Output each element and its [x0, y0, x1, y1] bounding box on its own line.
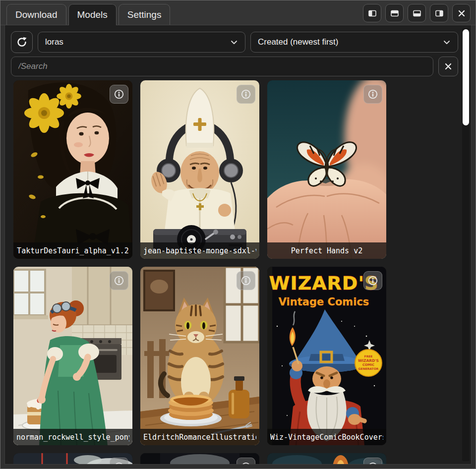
card-image-woman-decorating-cake-kitchen: [13, 267, 132, 445]
refresh-icon: [16, 36, 28, 48]
dock-right-button[interactable]: [430, 4, 448, 22]
dock-bottom-button[interactable]: [408, 4, 426, 22]
tab-settings[interactable]: Settings: [119, 4, 171, 25]
model-info-button[interactable]: [110, 271, 128, 290]
dock-top-button[interactable]: [385, 4, 404, 22]
model-info-button[interactable]: [363, 85, 382, 104]
model-browser-window: Download Models Settings: [0, 0, 476, 469]
model-card[interactable]: EldritchRomanceIllustration: [140, 267, 259, 445]
model-card[interactable]: Perfect Hands v2: [267, 80, 386, 259]
card-image-vintage-wizard-comic-cover: FREE WIZARD'S COMIC GENERATOR WIZARD'S V…: [267, 267, 386, 445]
model-card-grid: TakturDesTauri_alpha_v1.2: [13, 80, 471, 465]
info-icon: [367, 89, 378, 100]
info-icon: [240, 462, 251, 465]
dock-bottom-icon: [412, 8, 422, 18]
svg-text:FREE: FREE: [364, 354, 373, 358]
card-image-oil-portrait-woman-yellow-flowers: [13, 80, 132, 259]
model-title-bar: EldritchRomanceIllustration: [140, 429, 259, 445]
model-title-bar: jean-baptiste-monge-sdxl-v1: [140, 242, 259, 259]
model-title: TakturDesTauri_alpha_v1.2: [17, 246, 129, 255]
svg-text:WIZARD'S: WIZARD'S: [358, 358, 379, 363]
scrollbar-track[interactable]: [462, 28, 470, 461]
search-toolbar: [11, 57, 458, 76]
sort-select[interactable]: Created (newest first): [250, 32, 458, 53]
info-icon: [240, 275, 251, 286]
tab-bar: Download Models Settings: [0, 0, 476, 25]
close-icon: [457, 8, 467, 18]
filter-toolbar: loras Created (newest first): [11, 31, 458, 53]
model-info-button[interactable]: [110, 85, 128, 104]
model-title-bar: norman_rockwell_style_pony: [13, 429, 132, 445]
model-card[interactable]: [13, 453, 132, 465]
model-title-bar: TakturDesTauri_alpha_v1.2: [13, 242, 132, 259]
info-icon: [114, 275, 124, 286]
cover-title-text: WIZARD'S: [269, 272, 379, 294]
model-title: EldritchRomanceIllustration: [143, 433, 256, 442]
close-window-button[interactable]: [452, 4, 471, 22]
models-panel: loras Created (newest first): [4, 25, 472, 465]
model-card[interactable]: [140, 453, 259, 465]
refresh-button[interactable]: [11, 31, 33, 53]
model-title: Perfect Hands v2: [291, 246, 363, 255]
model-title-bar: Perfect Hands v2: [267, 242, 386, 259]
info-icon: [367, 275, 378, 286]
model-card[interactable]: jean-baptiste-monge-sdxl-v1: [140, 80, 259, 259]
clear-icon: [444, 62, 453, 71]
model-card[interactable]: TakturDesTauri_alpha_v1.2: [13, 80, 132, 259]
dock-right-icon: [434, 8, 444, 18]
info-icon: [367, 462, 378, 465]
info-icon: [240, 89, 251, 100]
search-input[interactable]: [11, 57, 433, 76]
model-title: Wiz-VintageComicBookCovers: [270, 433, 383, 442]
info-icon: [114, 462, 124, 465]
model-title: norman_rockwell_style_pony: [16, 433, 129, 442]
tab-models[interactable]: Models: [68, 4, 117, 25]
svg-text:GENERATOR: GENERATOR: [358, 367, 379, 370]
model-info-button[interactable]: [363, 458, 382, 465]
model-info-button[interactable]: [110, 458, 128, 465]
scrollbar-thumb[interactable]: [463, 29, 469, 125]
cover-subtitle-text: Vintage Comics: [279, 296, 369, 308]
model-card[interactable]: norman_rockwell_style_pony: [13, 267, 132, 445]
model-info-button[interactable]: [363, 271, 382, 290]
card-image-tabby-cat-pancakes-table: [140, 267, 259, 445]
model-card[interactable]: [267, 453, 386, 465]
model-info-button[interactable]: [237, 85, 255, 104]
dock-left-button[interactable]: [363, 4, 381, 22]
tab-download[interactable]: Download: [6, 4, 66, 25]
model-title-bar: Wiz-VintageComicBookCovers: [267, 429, 386, 445]
svg-text:COMIC: COMIC: [362, 363, 374, 367]
card-image-pope-dj-headphones-turntable: [140, 80, 259, 259]
chevron-down-icon: [230, 38, 238, 46]
clear-search-button[interactable]: [438, 57, 458, 76]
model-info-button[interactable]: [237, 271, 255, 290]
model-type-select[interactable]: loras: [38, 32, 245, 53]
info-icon: [114, 89, 124, 100]
chevron-down-icon: [443, 38, 451, 46]
model-title: jean-baptiste-monge-sdxl-v1: [143, 246, 256, 255]
card-image-butterfly-on-open-palms: [267, 80, 386, 259]
model-info-button[interactable]: [237, 458, 255, 465]
model-card[interactable]: FREE WIZARD'S COMIC GENERATOR WIZARD'S V…: [267, 267, 386, 445]
dock-top-icon: [390, 8, 400, 18]
dock-left-icon: [367, 8, 377, 18]
window-buttons: [363, 4, 471, 22]
